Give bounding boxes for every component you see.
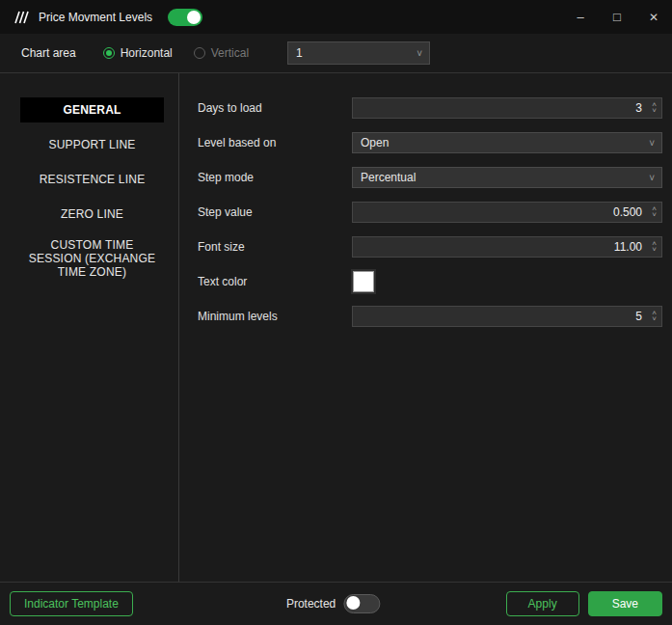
settings-window: Price Movment Levels – □ ✕ Chart area Ho… [0, 0, 672, 625]
chevron-down-icon[interactable]: ˅ [652, 108, 657, 114]
indicator-enabled-toggle[interactable] [168, 9, 202, 26]
field-row-text-color: Text color [198, 271, 662, 292]
field-row-font-size: Font size 11.00 ˄ ˅ [198, 236, 662, 258]
window-controls: – □ ✕ [562, 0, 672, 34]
radio-horizontal-dot-icon [103, 47, 115, 59]
sidebar-item-support-line[interactable]: SUPPORT LINE [20, 132, 164, 157]
sidebar-item-custom-time-session[interactable]: CUSTOM TIME SESSION (EXCHANGE TIME ZONE) [20, 236, 164, 281]
radio-vertical[interactable]: Vertical [194, 46, 249, 60]
days-to-load-value: 3 [353, 101, 647, 115]
text-color-label: Text color [198, 275, 352, 288]
minimum-levels-label: Minimum levels [198, 310, 278, 323]
protected-group: Protected [286, 594, 380, 613]
chevron-down-icon[interactable]: ˅ [652, 316, 657, 322]
window-title: Price Movment Levels [39, 11, 152, 24]
minimize-button[interactable]: – [562, 0, 599, 34]
close-button[interactable]: ✕ [635, 0, 672, 34]
maximize-button[interactable]: □ [599, 0, 635, 34]
sidebar-item-zero-line[interactable]: ZERO LINE [20, 202, 164, 227]
titlebar: Price Movment Levels – □ ✕ [0, 0, 672, 34]
field-row-level-based-on: Level based on Open ˅ [198, 132, 662, 153]
footer-actions: Apply Save [506, 591, 662, 616]
sidebar-item-resistence-line[interactable]: RESISTENCE LINE [20, 167, 164, 192]
chevron-down-icon[interactable]: ˅ [652, 247, 657, 253]
chart-area-row: Chart area Horizontal Vertical 1 ˅ [0, 34, 672, 73]
minimum-levels-value: 5 [353, 310, 647, 323]
app-logo-icon [12, 11, 29, 24]
radio-horizontal[interactable]: Horizontal [103, 46, 173, 60]
font-size-stepper[interactable]: ˄ ˅ [647, 241, 661, 253]
step-value-input[interactable]: 0.500 ˄ ˅ [352, 202, 662, 223]
step-value-value: 0.500 [353, 205, 647, 219]
chart-number-value: 1 [288, 46, 417, 60]
protected-label: Protected [286, 597, 336, 611]
text-color-swatch[interactable] [353, 271, 374, 292]
font-size-input[interactable]: 11.00 ˄ ˅ [352, 236, 662, 258]
protected-toggle[interactable] [343, 594, 380, 613]
step-mode-select[interactable]: Percentual ˅ [352, 167, 662, 188]
chart-area-label: Chart area [21, 46, 76, 60]
minimum-levels-stepper[interactable]: ˄ ˅ [647, 311, 661, 322]
minimum-levels-input[interactable]: 5 ˄ ˅ [352, 306, 662, 327]
chevron-down-icon: ˅ [649, 138, 661, 149]
chevron-down-icon: ˅ [417, 48, 429, 59]
field-row-step-value: Step value 0.500 ˄ ˅ [198, 202, 662, 223]
level-based-on-value: Open [353, 136, 649, 149]
step-mode-label: Step mode [198, 171, 254, 184]
font-size-label: Font size [198, 240, 245, 254]
save-button[interactable]: Save [588, 591, 662, 616]
apply-button[interactable]: Apply [506, 591, 579, 616]
sidebar-item-general[interactable]: GENERAL [20, 97, 164, 122]
level-based-on-label: Level based on [198, 136, 276, 149]
field-row-step-mode: Step mode Percentual ˅ [198, 167, 662, 188]
step-mode-value: Percentual [353, 171, 649, 184]
radio-vertical-label: Vertical [211, 46, 249, 60]
step-value-stepper[interactable]: ˄ ˅ [647, 206, 661, 218]
indicator-template-button[interactable]: Indicator Template [10, 591, 133, 616]
field-row-days-to-load: Days to load 3 ˄ ˅ [198, 97, 662, 119]
general-settings-panel: Days to load 3 ˄ ˅ Level based on Open ˅… [179, 73, 672, 582]
level-based-on-select[interactable]: Open ˅ [352, 132, 662, 153]
radio-vertical-dot-icon [194, 47, 205, 59]
toggle-knob [187, 11, 201, 24]
chevron-down-icon: ˅ [649, 173, 661, 183]
step-value-label: Step value [198, 205, 253, 219]
days-to-load-stepper[interactable]: ˄ ˅ [647, 102, 661, 114]
main-area: GENERAL SUPPORT LINE RESISTENCE LINE ZER… [0, 73, 672, 582]
toggle-knob [346, 596, 360, 610]
footer-bar: Indicator Template Protected Apply Save [0, 582, 672, 625]
days-to-load-label: Days to load [198, 101, 262, 115]
font-size-value: 11.00 [353, 240, 647, 254]
field-row-minimum-levels: Minimum levels 5 ˄ ˅ [198, 306, 662, 327]
days-to-load-input[interactable]: 3 ˄ ˅ [352, 97, 662, 119]
chart-number-select[interactable]: 1 ˅ [287, 41, 430, 65]
sidebar: GENERAL SUPPORT LINE RESISTENCE LINE ZER… [0, 73, 179, 582]
chevron-down-icon[interactable]: ˅ [652, 212, 657, 218]
radio-horizontal-label: Horizontal [121, 46, 173, 60]
